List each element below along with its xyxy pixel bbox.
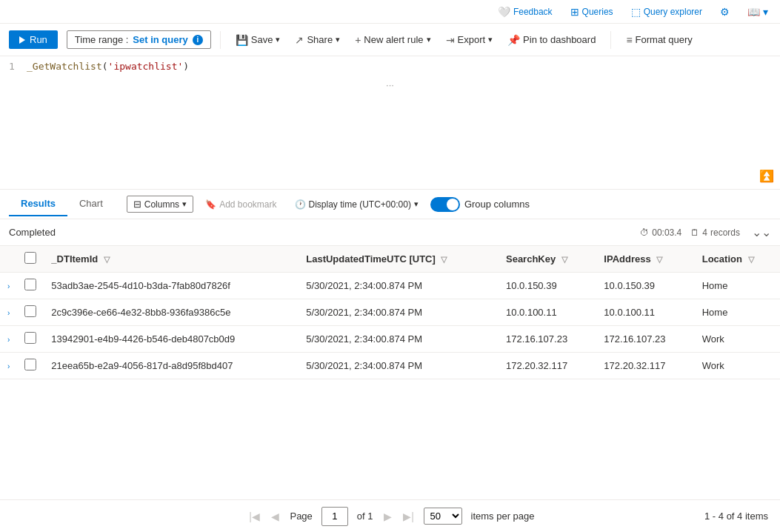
table-container[interactable]: _DTItemId ▽ LastUpdatedTimeUTC [UTC] ▽ S… — [0, 246, 780, 499]
alert-icon: + — [355, 34, 361, 46]
filter-ipaddress-icon[interactable]: ▽ — [656, 255, 662, 264]
save-button[interactable]: 💾 Save ▾ — [230, 31, 287, 49]
last-page-button[interactable]: ▶| — [400, 508, 418, 525]
filter-searchkey-icon[interactable]: ▽ — [561, 255, 567, 264]
code-paren-close: ) — [183, 61, 189, 72]
row-expand-icon[interactable]: › — [7, 309, 10, 317]
columns-icon: ⊟ — [133, 199, 141, 210]
filter-location-icon[interactable]: ▽ — [748, 255, 754, 264]
th-lastupdated: LastUpdatedTimeUTC [UTC] ▽ — [299, 246, 499, 273]
select-all-checkbox[interactable] — [24, 252, 36, 264]
query-explorer-icon: ⬚ — [631, 6, 641, 18]
pin-icon: 📌 — [507, 34, 520, 46]
code-editor[interactable]: 1 _GetWatchlist('ipwatchlist') ··· ⏫ — [0, 56, 780, 190]
first-page-button[interactable]: |◀ — [245, 508, 263, 525]
ellipsis: ··· — [0, 76, 780, 93]
status-records: 🗒 4 records — [690, 227, 740, 238]
table-header-row: _DTItemId ▽ LastUpdatedTimeUTC [UTC] ▽ S… — [0, 246, 780, 273]
records-icon: 🗒 — [690, 227, 699, 238]
table-body: › 53adb3ae-2545-4d10-b3da-7fab80d7826f 5… — [0, 273, 780, 379]
tab-chart[interactable]: Chart — [67, 192, 115, 216]
row-checkbox-cell — [17, 299, 44, 326]
filter-lastupdated-icon[interactable]: ▽ — [441, 255, 447, 264]
tab-results[interactable]: Results — [9, 192, 67, 216]
filter-dtitemid-icon[interactable]: ▽ — [104, 255, 110, 264]
alert-chevron-icon: ▾ — [427, 35, 431, 44]
row-checkbox-cell — [17, 353, 44, 379]
records-label: records — [710, 227, 740, 238]
collapse-button[interactable]: ⏫ — [759, 169, 774, 183]
columns-chevron-icon — [182, 199, 187, 209]
chevron-down-icon: ▾ — [763, 6, 768, 18]
format-label: Format query — [636, 34, 693, 45]
row-checkbox[interactable] — [24, 359, 36, 370]
columns-button[interactable]: ⊟ Columns — [127, 196, 193, 213]
pin-label: Pin to dashboard — [523, 34, 596, 45]
row-checkbox[interactable] — [24, 305, 36, 317]
row-checkbox[interactable] — [24, 332, 36, 344]
th-location: Location ▽ — [695, 246, 780, 273]
clock-icon: 🕐 — [295, 199, 306, 210]
share-label: Share — [307, 34, 333, 45]
feedback-icon: 🤍 — [498, 6, 510, 18]
main-layout: Run Time range : Set in query i 💾 Save ▾… — [0, 24, 780, 532]
add-bookmark-button[interactable]: 🔖 Add bookmark — [199, 197, 282, 212]
run-triangle-icon — [19, 36, 25, 44]
add-bookmark-label: Add bookmark — [219, 199, 276, 210]
row-location: Work — [695, 353, 780, 379]
group-columns-label: Group columns — [464, 199, 530, 210]
page-nav: |◀ ◀ Page of 1 ▶ ▶| 50 100 200 items per… — [245, 507, 534, 526]
status-time: ⏱ 00:03.4 — [640, 227, 681, 238]
row-searchkey: 10.0.100.11 — [499, 299, 596, 326]
col-lastupdated-label: LastUpdatedTimeUTC [UTC] — [306, 253, 436, 265]
pin-to-dashboard-button[interactable]: 📌 Pin to dashboard — [501, 31, 601, 49]
expand-icon[interactable]: ⌄⌄ — [752, 225, 771, 239]
col-dtitemid-label: _DTItemId — [51, 253, 98, 265]
row-checkbox-cell — [17, 326, 44, 353]
th-ipaddress: IPAddress ▽ — [596, 246, 694, 273]
run-button[interactable]: Run — [9, 30, 58, 49]
toolbar-separator-2 — [610, 31, 611, 49]
display-time-button[interactable]: 🕐 Display time (UTC+00:00) — [289, 197, 424, 212]
settings-link[interactable]: ⚙ — [717, 4, 733, 19]
query-explorer-link[interactable]: ⬚ Query explorer — [628, 4, 705, 19]
timer-icon: ⏱ — [640, 227, 649, 238]
help-link[interactable]: 📖 ▾ — [744, 4, 771, 19]
pagination: |◀ ◀ Page of 1 ▶ ▶| 50 100 200 items per… — [0, 499, 780, 532]
row-expand-icon[interactable]: › — [7, 336, 10, 344]
toolbar: Run Time range : Set in query i 💾 Save ▾… — [0, 24, 780, 56]
row-expand-icon[interactable]: › — [7, 362, 10, 370]
new-alert-button[interactable]: + New alert rule ▾ — [349, 31, 436, 49]
format-query-button[interactable]: ≡ Format query — [620, 31, 698, 49]
share-chevron-icon: ▾ — [336, 35, 340, 44]
tab-results-label: Results — [21, 198, 56, 209]
row-ipaddress: 172.20.32.117 — [596, 353, 694, 379]
status-time-value: 00:03.4 — [652, 227, 681, 238]
group-columns-area: Group columns — [430, 197, 530, 212]
save-chevron-icon: ▾ — [276, 35, 280, 44]
prev-page-button[interactable]: ◀ — [266, 508, 284, 525]
page-input[interactable] — [321, 507, 348, 526]
code-function: _GetWatchlist — [27, 61, 102, 72]
code-content: _GetWatchlist('ipwatchlist') — [27, 61, 189, 72]
table-row: › 2c9c396e-ce66-4e32-8bb8-936fa9386c5e 5… — [0, 299, 780, 326]
feedback-link[interactable]: 🤍 Feedback — [495, 4, 556, 19]
per-page-select[interactable]: 50 100 200 — [424, 508, 462, 525]
records-count: 4 — [702, 227, 707, 238]
queries-icon: ⊞ — [570, 6, 579, 18]
next-page-button[interactable]: ▶ — [379, 508, 397, 525]
row-expand-icon[interactable]: › — [7, 282, 10, 290]
row-searchkey: 172.16.107.23 — [499, 326, 596, 353]
export-button[interactable]: ⇥ Export ▾ — [440, 31, 499, 49]
group-columns-toggle[interactable] — [430, 197, 460, 212]
row-location: Home — [695, 273, 780, 299]
row-ipaddress: 172.16.107.23 — [596, 326, 694, 353]
row-location: Home — [695, 299, 780, 326]
row-checkbox[interactable] — [24, 279, 36, 290]
row-expand-cell: › — [0, 326, 17, 353]
row-ipaddress: 10.0.150.39 — [596, 273, 694, 299]
data-table: _DTItemId ▽ LastUpdatedTimeUTC [UTC] ▽ S… — [0, 246, 780, 379]
time-range-button[interactable]: Time range : Set in query i — [67, 30, 211, 49]
share-button[interactable]: ↗ Share ▾ — [289, 31, 346, 49]
queries-link[interactable]: ⊞ Queries — [567, 4, 616, 19]
